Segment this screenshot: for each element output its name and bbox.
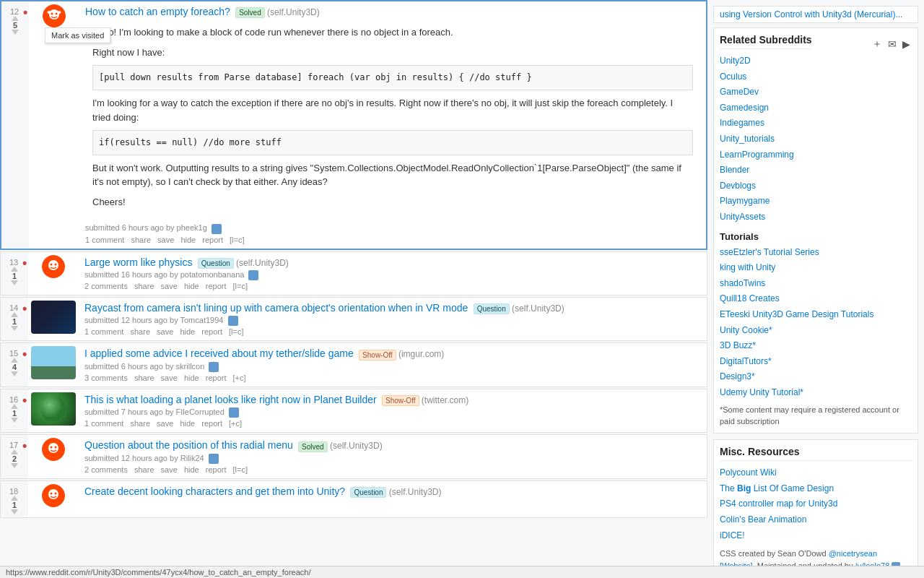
resource-idice[interactable]: iDICE! xyxy=(720,528,912,544)
tutorial-quill18[interactable]: Quill18 Creates xyxy=(720,291,912,307)
action-report-5[interactable]: report xyxy=(201,419,222,428)
action-save-6[interactable]: save xyxy=(161,465,178,474)
post-thumb-3[interactable] xyxy=(31,301,76,334)
subreddit-link-gamedesign[interactable]: Gamedesign xyxy=(720,100,912,116)
post-title-6[interactable]: Question about the position of this radi… xyxy=(84,439,293,451)
subreddit-link-unitytutorials[interactable]: Unity_tutorials xyxy=(720,131,912,147)
action-share-5[interactable]: share xyxy=(130,419,150,428)
author-link-1[interactable]: pheek1g xyxy=(177,223,207,232)
subreddit-link-learnprogramming[interactable]: LearnProgramming xyxy=(720,147,912,163)
tutorial-3dbuzz[interactable]: 3D Buzz* xyxy=(720,338,912,354)
upvote-6[interactable] xyxy=(11,449,18,454)
tutorial-shadowtwins[interactable]: shadoTwins xyxy=(720,276,912,292)
action-comments-6[interactable]: 2 comments xyxy=(84,465,128,474)
upvote-5[interactable] xyxy=(11,404,18,409)
subreddit-link-unityassets[interactable]: UnityAssets xyxy=(720,210,912,225)
subreddit-link-gamedev[interactable]: GameDev xyxy=(720,85,912,100)
tutorial-design3[interactable]: Design3* xyxy=(720,369,912,385)
downvote-1[interactable] xyxy=(12,30,19,35)
action-comments-3[interactable]: 1 comment xyxy=(84,327,123,336)
resource-colins-bear[interactable]: Colin's Bear Animation xyxy=(720,512,912,528)
action-share-1[interactable]: share xyxy=(131,236,151,244)
author-link-4[interactable]: skrillcon xyxy=(176,362,205,371)
action-extra-3[interactable]: [l=c] xyxy=(229,327,243,336)
post-thumb-5[interactable] xyxy=(31,392,76,426)
post-title-1[interactable]: How to catch an empty foreach? xyxy=(85,6,230,17)
credit-nicetrysean-link[interactable]: @nicetrysean xyxy=(829,549,877,558)
downvote-2[interactable] xyxy=(11,280,18,285)
downvote-6[interactable] xyxy=(11,463,18,468)
action-save-2[interactable]: save xyxy=(161,282,178,290)
action-share-2[interactable]: share xyxy=(134,282,154,290)
action-extra-5[interactable]: [+c] xyxy=(229,419,242,428)
action-share-3[interactable]: share xyxy=(130,327,150,336)
tutorial-king[interactable]: king with Unity xyxy=(720,260,912,276)
subreddit-link-devblogs[interactable]: Devblogs xyxy=(720,178,912,194)
upvote-3[interactable] xyxy=(11,312,18,317)
action-extra-1[interactable]: [l=c] xyxy=(230,236,244,244)
upvote-1[interactable] xyxy=(12,16,19,21)
subscribe-icon[interactable]: ＋ xyxy=(871,36,884,52)
action-extra-2[interactable]: [l=c] xyxy=(233,282,248,290)
mail-icon[interactable]: ✉ xyxy=(886,37,898,51)
author-link-5[interactable]: FIleCorrupted xyxy=(176,407,225,416)
svg-point-4 xyxy=(48,11,51,14)
action-share-6[interactable]: share xyxy=(134,465,154,474)
tutorial-unitycookie[interactable]: Unity Cookie* xyxy=(720,323,912,339)
tutorial-sseetzler[interactable]: sseEtzler's Tutorial Series xyxy=(720,245,912,261)
action-report-4[interactable]: report xyxy=(206,374,227,382)
action-comments-1[interactable]: 1 comment xyxy=(85,236,124,244)
author-link-2[interactable]: potatomonbanana xyxy=(180,270,245,279)
action-save-3[interactable]: save xyxy=(157,327,173,336)
mark-visited-tooltip[interactable]: Mark as visited xyxy=(45,27,110,43)
user-flair-icon-4 xyxy=(209,362,219,372)
subreddit-link-oculus[interactable]: Oculus xyxy=(720,69,912,85)
tutorial-eteeski[interactable]: ETeeski Unity3D Game Design Tutorials xyxy=(720,307,912,323)
downvote-7[interactable] xyxy=(11,509,18,514)
action-report-1[interactable]: report xyxy=(202,236,223,244)
subreddit-link-unity2d[interactable]: Unity2D xyxy=(720,53,912,69)
downvote-4[interactable] xyxy=(11,371,18,376)
resource-ps4controller[interactable]: PS4 controller map for Unity3d xyxy=(720,496,912,512)
author-link-6[interactable]: Rilik24 xyxy=(180,454,204,462)
post-thumb-4[interactable] xyxy=(31,346,76,379)
downvote-3[interactable] xyxy=(11,326,18,331)
action-hide-5[interactable]: hide xyxy=(180,419,195,428)
action-extra-4[interactable]: [+c] xyxy=(233,374,246,382)
action-hide-2[interactable]: hide xyxy=(184,282,199,290)
action-hide-1[interactable]: hide xyxy=(180,236,196,244)
action-comments-2[interactable]: 2 comments xyxy=(84,282,128,290)
action-save-5[interactable]: save xyxy=(157,419,173,428)
tutorial-udemy[interactable]: Udemy Unity Tutorial* xyxy=(720,385,912,401)
action-extra-6[interactable]: [l=c] xyxy=(233,465,248,474)
action-share-4[interactable]: share xyxy=(134,374,154,382)
action-hide-4[interactable]: hide xyxy=(184,374,199,382)
post-title-2[interactable]: Large worm like physics xyxy=(84,256,192,268)
resource-biglist[interactable]: The Big List Of Game Design xyxy=(720,481,912,497)
post-title-3[interactable]: Raycast from camera isn't lining up with… xyxy=(84,302,468,314)
author-link-3[interactable]: Tomcat1994 xyxy=(180,316,224,324)
resource-polycount[interactable]: Polycount Wiki xyxy=(720,465,912,481)
subreddit-link-playmygame[interactable]: Playmygame xyxy=(720,194,912,210)
action-comments-4[interactable]: 3 comments xyxy=(84,374,128,382)
tutorial-digitaltutors[interactable]: DigitalTutors* xyxy=(720,354,912,370)
upvote-4[interactable] xyxy=(11,358,18,363)
subreddit-link-blender[interactable]: Blender xyxy=(720,163,912,178)
action-report-2[interactable]: report xyxy=(206,282,227,290)
action-hide-6[interactable]: hide xyxy=(184,465,199,474)
action-save-1[interactable]: save xyxy=(157,236,174,244)
action-report-3[interactable]: report xyxy=(201,327,222,336)
subreddit-link-indiegames[interactable]: Indiegames xyxy=(720,116,912,131)
post-title-4[interactable]: I applied some advice I received about m… xyxy=(84,348,354,359)
rss-icon[interactable]: ▶ xyxy=(901,37,912,51)
action-report-6[interactable]: report xyxy=(206,465,227,474)
action-save-4[interactable]: save xyxy=(161,374,178,382)
upvote-7[interactable] xyxy=(11,496,18,501)
post-title-5[interactable]: This is what loading a planet looks like… xyxy=(84,394,377,405)
action-hide-3[interactable]: hide xyxy=(180,327,195,336)
action-comments-5[interactable]: 1 comment xyxy=(84,419,123,428)
downvote-5[interactable] xyxy=(11,418,18,423)
version-control-link[interactable]: using Version Control with Unity3d (Merc… xyxy=(720,9,902,20)
upvote-2[interactable] xyxy=(11,267,18,272)
post-title-7[interactable]: Create decent looking characters and get… xyxy=(84,486,345,497)
